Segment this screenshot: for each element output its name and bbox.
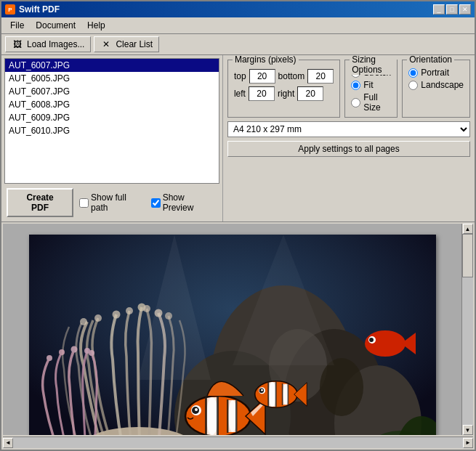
orientation-group: Orientation Portrait Landscape: [402, 60, 470, 118]
show-full-path-label[interactable]: Show full path: [79, 192, 145, 213]
scroll-up-arrow[interactable]: ▲: [463, 224, 473, 234]
portrait-option[interactable]: Portrait: [408, 68, 464, 78]
menu-help[interactable]: Help: [81, 19, 111, 32]
show-preview-label[interactable]: Show Preview: [151, 192, 217, 213]
scroll-track-horizontal[interactable]: [13, 437, 463, 448]
menu-document[interactable]: Document: [30, 19, 81, 32]
title-bar: P Swift PDF _ □ ✕: [1, 1, 475, 17]
file-item-2[interactable]: AUT_6007.JPG: [5, 85, 219, 98]
margin-right-input[interactable]: [297, 86, 323, 101]
menu-bar: File Document Help: [1, 17, 475, 34]
load-images-icon: 🖼: [12, 38, 23, 50]
svg-rect-31: [227, 399, 229, 433]
file-item-5[interactable]: AUT_6010.JPG: [5, 124, 219, 137]
svg-point-11: [112, 311, 120, 319]
margin-left-input[interactable]: [249, 86, 275, 101]
orientation-label: Orientation: [407, 55, 454, 65]
vertical-scrollbar[interactable]: ▲ ▼: [461, 224, 473, 435]
fit-option[interactable]: Fit: [351, 80, 391, 90]
create-pdf-button[interactable]: Create PDF: [7, 188, 73, 217]
scroll-right-arrow[interactable]: ►: [463, 438, 473, 448]
clear-icon: ✕: [100, 38, 112, 50]
orientation-radio-group: Portrait Landscape: [408, 68, 464, 90]
file-item-0[interactable]: AUT_6007.JPG: [5, 59, 219, 72]
main-window: P Swift PDF _ □ ✕ File Document Help 🖼 L…: [0, 0, 476, 451]
svg-point-18: [47, 355, 52, 361]
margin-top-input[interactable]: [249, 69, 275, 84]
svg-point-51: [369, 338, 374, 342]
fit-radio[interactable]: [351, 81, 360, 90]
scroll-down-arrow[interactable]: ▼: [463, 425, 473, 435]
page-size-select[interactable]: A4 210 x 297 mm A3 297 x 420 mm Letter 8…: [227, 121, 470, 137]
scroll-left-arrow[interactable]: ◄: [3, 438, 13, 448]
maximize-button[interactable]: □: [446, 4, 458, 15]
right-label: right: [278, 89, 294, 99]
svg-rect-43: [275, 381, 276, 407]
svg-rect-25: [206, 397, 218, 435]
bottom-controls: Create PDF Show full path Show Preview: [3, 185, 221, 220]
file-item-1[interactable]: AUT_6005.JPG: [5, 72, 219, 85]
close-button[interactable]: ✕: [459, 4, 471, 15]
file-item-4[interactable]: AUT_6009.JPG: [5, 111, 219, 124]
title-controls: _ □ ✕: [433, 4, 471, 15]
title-bar-left: P Swift PDF: [5, 4, 60, 15]
svg-rect-44: [281, 383, 283, 405]
svg-point-10: [94, 314, 102, 322]
paper-page: [29, 235, 436, 435]
sizing-options-label: Sizing Options: [350, 55, 397, 75]
menu-file[interactable]: File: [4, 19, 30, 32]
preview-area: [3, 224, 461, 435]
top-label: top: [234, 71, 246, 81]
app-icon: P: [5, 4, 15, 15]
landscape-option[interactable]: Landscape: [408, 80, 464, 90]
svg-rect-29: [205, 397, 207, 435]
apply-button-row: Apply settings to all pages: [227, 141, 470, 157]
show-full-path-checkbox[interactable]: [79, 198, 89, 208]
toolbar: 🖼 Load Images... ✕ Clear List: [1, 34, 475, 55]
svg-point-35: [195, 408, 198, 411]
svg-point-19: [59, 349, 65, 355]
full-size-option[interactable]: Full Size: [351, 92, 391, 113]
window-title: Swift PDF: [19, 4, 60, 15]
file-item-3[interactable]: AUT_6008.JPG: [5, 98, 219, 111]
svg-point-12: [126, 307, 133, 314]
fish-image: [29, 235, 436, 435]
bottom-label: bottom: [278, 71, 305, 81]
load-images-button[interactable]: 🖼 Load Images...: [5, 36, 91, 52]
full-size-radio[interactable]: [351, 98, 360, 107]
landscape-radio[interactable]: [408, 81, 418, 90]
svg-point-22: [89, 350, 94, 356]
horizontal-scrollbar[interactable]: ◄ ►: [3, 436, 473, 448]
svg-point-7: [320, 358, 363, 416]
svg-point-20: [70, 346, 77, 353]
svg-point-14: [143, 305, 150, 312]
sizing-options-group: Sizing Options Stretch Fit: [344, 60, 398, 118]
left-label: left: [234, 89, 246, 99]
svg-rect-32: [235, 399, 238, 433]
page-size-row: A4 210 x 297 mm A3 297 x 420 mm Letter 8…: [227, 121, 470, 137]
minimize-button[interactable]: _: [433, 4, 445, 15]
svg-point-49: [365, 330, 406, 357]
margins-group: Margins (pixels) top bottom left: [227, 60, 340, 118]
apply-settings-button[interactable]: Apply settings to all pages: [227, 141, 470, 157]
portrait-radio[interactable]: [408, 68, 418, 78]
svg-point-9: [80, 318, 87, 325]
clear-list-button[interactable]: ✕ Clear List: [94, 36, 159, 52]
margin-bottom-input[interactable]: [307, 69, 334, 84]
margins-label: Margins (pixels): [233, 55, 299, 65]
file-list[interactable]: AUT_6007.JPG AUT_6005.JPG AUT_6007.JPG A…: [4, 58, 219, 184]
scroll-track-vertical[interactable]: [462, 234, 473, 425]
show-preview-checkbox[interactable]: [151, 198, 161, 208]
svg-point-48: [261, 389, 263, 391]
svg-rect-30: [217, 397, 219, 435]
svg-rect-45: [287, 383, 289, 405]
svg-rect-38: [268, 382, 275, 407]
svg-rect-42: [267, 381, 269, 407]
